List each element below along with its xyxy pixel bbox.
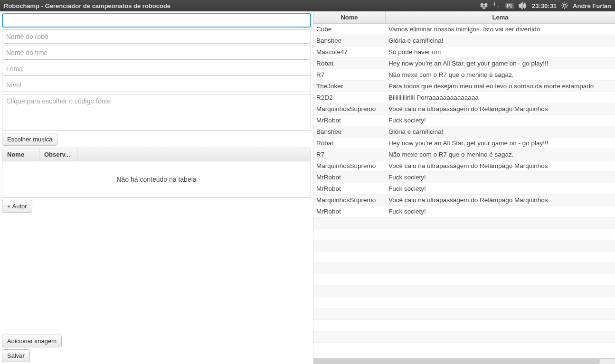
table-row[interactable]: MarquinhosSupremoVocê caiu na ultrapassa… <box>313 160 615 172</box>
cell-nome <box>313 290 386 293</box>
cell-lema <box>386 267 615 270</box>
cell-lema <box>386 347 615 350</box>
robots-panel: Nome Lema CubeVamos eliminar nossos inim… <box>313 11 615 364</box>
table-row[interactable]: R7Não mexe com o R7 que o menino é sagaz… <box>313 149 615 160</box>
cell-lema: Glória e carnificina! <box>386 36 615 46</box>
cell-nome: Mascote47 <box>313 47 386 57</box>
horizontal-scrollbar[interactable] <box>313 358 615 364</box>
cell-nome: MarquinhosSupremo <box>313 161 386 171</box>
cell-nome: R2D2 <box>313 93 386 103</box>
table-row[interactable]: MrRobotFuck society! <box>313 115 615 126</box>
cell-lema: Fuck society! <box>386 172 615 182</box>
table-row[interactable] <box>313 263 615 274</box>
settings-icon[interactable] <box>561 2 568 9</box>
authors-col-nome[interactable]: Nome <box>2 148 39 161</box>
authors-col-blank <box>77 148 311 161</box>
save-button[interactable]: Salvar <box>2 349 30 362</box>
table-row[interactable] <box>313 274 615 286</box>
cell-lema <box>386 279 615 281</box>
lema-input[interactable] <box>2 62 311 76</box>
table-row[interactable]: BansheeGlória e carnificina! <box>313 35 615 47</box>
table-row[interactable]: MarquinhosSupremoVocê caiu na ultrapassa… <box>313 195 615 206</box>
robot-name-input[interactable] <box>2 29 311 44</box>
cell-nome <box>313 347 386 350</box>
clock[interactable]: 23:30:31 <box>532 2 557 9</box>
user-name[interactable]: André Furlan <box>573 2 611 9</box>
robots-col-lema[interactable]: Lema <box>386 11 615 23</box>
table-row[interactable]: TheJokerPara todos que desejam meu mal e… <box>313 81 615 92</box>
robots-table-header: Nome Lema <box>313 11 615 24</box>
table-row[interactable] <box>313 252 615 263</box>
cell-lema: Você caiu na ultrapassagem do Relâmpago … <box>386 195 615 205</box>
cell-lema: Glória e carnificina! <box>386 127 615 137</box>
scrollbar-thumb[interactable] <box>313 359 600 364</box>
authors-table: Nome Observ... Não há conteúdo na tabela <box>2 148 311 198</box>
table-row[interactable]: CubeVamos eliminar nossos inimigos. Isto… <box>313 24 615 35</box>
table-row[interactable]: MrRobotFuck society! <box>313 206 615 217</box>
choose-music-button[interactable]: Escolher musica <box>2 133 57 146</box>
cell-nome: Banshee <box>313 36 386 46</box>
cell-lema: Você caiu na ultrapassagem do Relâmpago … <box>386 161 615 171</box>
system-tray: Pt 23:30:31 André Furlan <box>480 2 611 9</box>
cell-nome: MarquinhosSupremo <box>313 195 386 205</box>
table-row[interactable] <box>313 331 615 343</box>
table-row[interactable]: R7Não mexe com o R7 que o menino é sagaz… <box>313 69 615 81</box>
robots-col-nome[interactable]: Nome <box>313 11 386 23</box>
table-row[interactable]: R2D2Biiiiiiiiiirllll Porraaaaaaaaaaaaaa <box>313 92 615 103</box>
titlebar: Robochamp - Gerenciador de campeonatos d… <box>0 0 615 11</box>
cell-nome <box>313 324 386 327</box>
table-row[interactable] <box>313 320 615 331</box>
table-row[interactable]: RobatHey now you're an All Star, get you… <box>313 58 615 69</box>
authors-col-observ[interactable]: Observ... <box>39 148 77 161</box>
cell-lema <box>386 324 615 327</box>
cell-lema <box>386 222 615 224</box>
team-name-input[interactable] <box>2 46 311 60</box>
cell-lema: Para todos que desejam meu mal eu levo o… <box>386 81 615 91</box>
table-row[interactable]: Mascote47Só pode haver um <box>313 47 615 58</box>
cell-lema: Fuck society! <box>386 184 615 194</box>
cell-lema <box>386 301 615 304</box>
cell-nome: TheJoker <box>313 81 386 91</box>
cell-nome: Robat <box>313 58 386 68</box>
dropbox-icon[interactable] <box>480 2 488 9</box>
table-row[interactable] <box>313 308 615 320</box>
window-title: Robochamp - Gerenciador de campeonatos d… <box>4 2 480 9</box>
table-row[interactable] <box>313 286 615 297</box>
add-image-button[interactable]: Adicionar imagem <box>2 335 62 347</box>
cell-nome <box>313 222 386 224</box>
table-row[interactable]: MrRobotFuck society! <box>313 183 615 195</box>
table-row[interactable] <box>313 343 615 354</box>
cell-lema <box>386 290 615 293</box>
cell-nome <box>313 336 386 338</box>
source-code-input[interactable] <box>2 94 311 131</box>
add-author-button[interactable]: + Autor <box>2 200 32 213</box>
authors-table-header: Nome Observ... <box>2 148 311 161</box>
cell-lema: Você caiu na ultrapassagem do Relâmpago … <box>386 104 615 114</box>
table-row[interactable]: MarquinhosSupremoVocê caiu na ultrapassa… <box>313 103 615 115</box>
form-spacer <box>2 215 311 333</box>
table-row[interactable]: RobatHey now you're an All Star, get you… <box>313 138 615 149</box>
cell-lema: Não mexe com o R7 que o menino é sagaz. <box>386 70 615 80</box>
cell-lema <box>386 313 615 316</box>
cell-lema: Não mexe com o R7 que o menino é sagaz. <box>386 149 615 159</box>
cell-nome <box>313 279 386 281</box>
volume-icon[interactable] <box>519 2 527 9</box>
nivel-input[interactable] <box>2 78 311 92</box>
cell-nome: MrRobot <box>313 206 386 216</box>
cell-lema: Biiiiiiiiiirllll Porraaaaaaaaaaaaaa <box>386 93 615 103</box>
table-row[interactable] <box>313 297 615 308</box>
network-icon[interactable] <box>492 2 500 9</box>
cell-lema: Hey now you're an All Star, get your gam… <box>386 138 615 148</box>
table-row[interactable] <box>313 240 615 252</box>
form-panel: Escolher musica Nome Observ... Não há co… <box>0 11 313 364</box>
table-row[interactable] <box>313 229 615 240</box>
keyboard-layout-badge[interactable]: Pt <box>505 3 514 9</box>
cell-nome: MrRobot <box>313 115 386 125</box>
cell-nome: R7 <box>313 70 386 80</box>
authors-table-empty: Não há conteúdo na tabela <box>2 161 311 197</box>
table-row[interactable]: MrRobotFuck society! <box>313 172 615 183</box>
cell-nome <box>313 301 386 304</box>
table-row[interactable]: BansheeGlória e carnificina! <box>313 126 615 138</box>
field-1-input[interactable] <box>2 13 311 28</box>
table-row[interactable] <box>313 217 615 229</box>
